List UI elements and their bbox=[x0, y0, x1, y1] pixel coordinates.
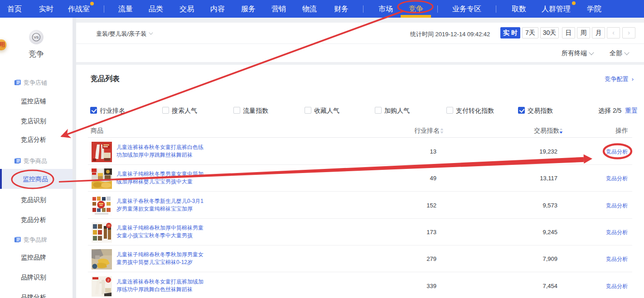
svg-text:2: 2 bbox=[107, 278, 109, 282]
svg-text:30: 30 bbox=[107, 224, 111, 227]
svg-text:VS: VS bbox=[34, 35, 39, 39]
